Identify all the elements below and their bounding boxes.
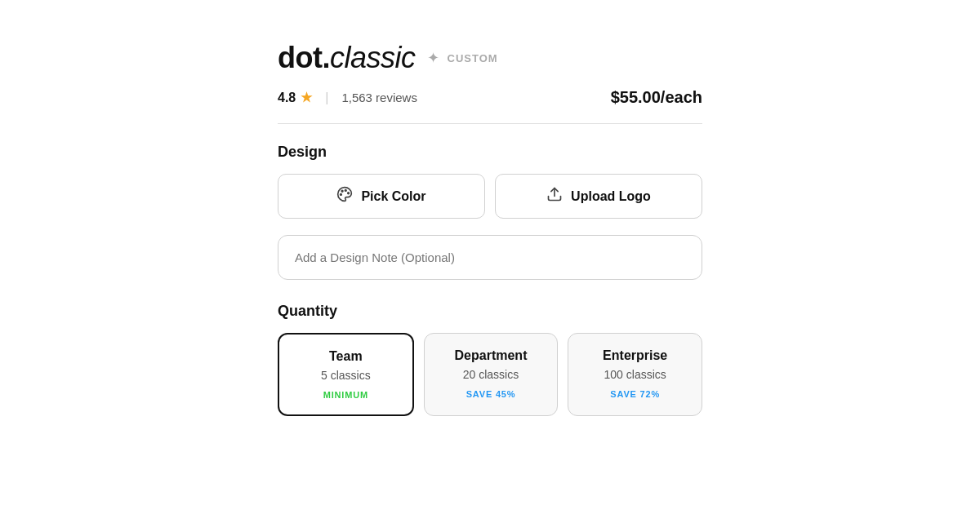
upload-logo-button[interactable]: Upload Logo: [495, 174, 702, 219]
qty-dept-title: Department: [436, 348, 546, 363]
design-buttons-row: Pick Color Upload Logo: [278, 174, 702, 219]
qty-team-badge: MINIMUM: [291, 390, 401, 400]
upload-logo-label: Upload Logo: [571, 189, 651, 204]
palette-icon: [336, 186, 353, 206]
rating-row: 4.8 ★ | 1,563 reviews $55.00/each: [278, 88, 702, 107]
star-icon: ★: [301, 90, 312, 105]
quantity-cards-row: Team 5 classics MINIMUM Department 20 cl…: [278, 333, 702, 416]
qty-team-sub: 5 classics: [291, 369, 401, 382]
product-title: dot.classic: [278, 41, 416, 75]
sparkle-icon: ✦: [427, 49, 439, 67]
svg-point-3: [341, 194, 342, 196]
qty-ent-badge: SAVE 72%: [580, 389, 690, 399]
design-note-input[interactable]: [278, 235, 702, 280]
title-italic: classic: [330, 41, 416, 74]
custom-badge: CUSTOM: [448, 52, 498, 64]
svg-point-1: [348, 193, 350, 194]
rating-value: 4.8: [278, 91, 296, 105]
product-page: dot.classic ✦ CUSTOM 4.8 ★ | 1,563 revie…: [278, 41, 702, 416]
reviews-count: 1,563 reviews: [341, 91, 417, 104]
upload-icon: [546, 186, 563, 206]
design-section-label: Design: [278, 144, 702, 161]
svg-point-0: [345, 190, 347, 192]
title-row: dot.classic ✦ CUSTOM: [278, 41, 702, 75]
qty-card-enterprise[interactable]: Enterprise 100 classics SAVE 72%: [568, 333, 702, 416]
pick-color-label: Pick Color: [361, 189, 425, 204]
title-bold: dot.: [278, 41, 330, 74]
svg-point-2: [342, 190, 344, 192]
quantity-section-label: Quantity: [278, 303, 702, 320]
qty-dept-badge: SAVE 45%: [436, 389, 546, 399]
qty-card-team[interactable]: Team 5 classics MINIMUM: [278, 333, 414, 416]
qty-card-department[interactable]: Department 20 classics SAVE 45%: [424, 333, 559, 416]
qty-ent-title: Enterprise: [580, 348, 690, 363]
rating-block: 4.8 ★: [278, 90, 312, 105]
pick-color-button[interactable]: Pick Color: [278, 174, 485, 219]
section-divider: [278, 123, 702, 124]
product-price: $55.00/each: [611, 88, 702, 107]
qty-ent-sub: 100 classics: [580, 368, 690, 381]
qty-dept-sub: 20 classics: [436, 368, 546, 381]
divider-vertical: |: [325, 91, 328, 105]
qty-team-title: Team: [291, 349, 401, 364]
